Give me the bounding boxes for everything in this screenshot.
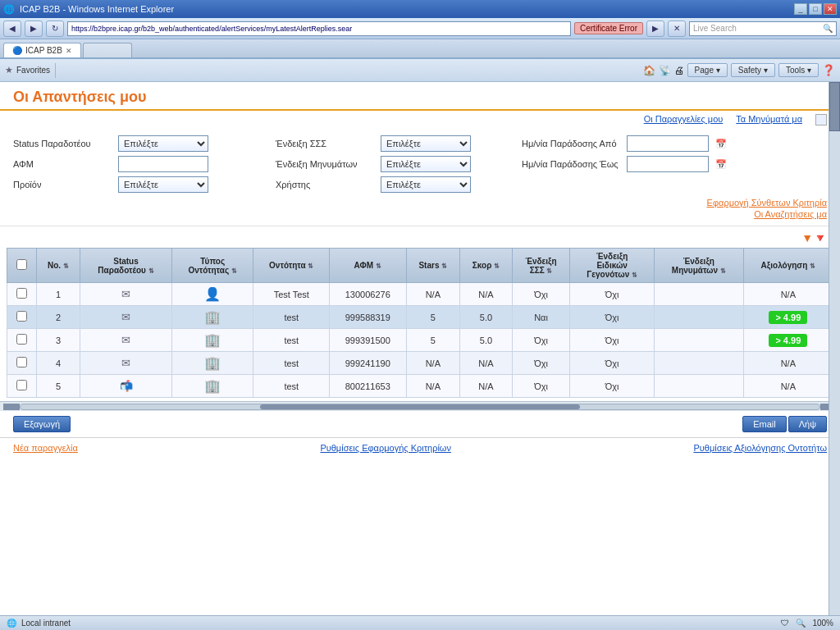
title-bar: 🌐 ICAP B2B - Windows Internet Explorer _… — [0, 0, 840, 18]
cell-minymata — [655, 375, 744, 398]
sss-filter-row: Ένδειξη ΣΣΣ Επιλέξτε — [276, 135, 505, 152]
search-text: Live Search — [693, 24, 737, 33]
email-button[interactable]: Email — [742, 416, 787, 432]
cell-axiologisi: N/A — [743, 352, 833, 375]
advanced-criteria-link[interactable]: Εφαρμογή Σύνθετων Κριτηρία — [707, 198, 827, 208]
horizontal-scrollbar[interactable] — [0, 401, 840, 411]
safety-button[interactable]: Safety ▾ — [731, 63, 775, 77]
vertical-scrollbar[interactable] — [829, 82, 840, 615]
cell-afm: 999241190 — [330, 352, 407, 375]
tab-icap[interactable]: 🔵 ICAP B2B ✕ — [3, 43, 81, 57]
col-entity: Οντότητα ⇅ — [253, 249, 330, 283]
cell-no: 2 — [36, 306, 80, 329]
cell-eidika: Όχι — [570, 352, 655, 375]
scroll-track[interactable] — [20, 404, 820, 410]
afm-input[interactable] — [118, 156, 208, 172]
score-badge: > 4.99 — [769, 334, 807, 347]
row-checkbox-2[interactable] — [16, 311, 27, 322]
envelope-icon[interactable]: ✉ — [121, 334, 130, 346]
table-row: 4✉🏢test999241190N/AN/AΌχιΌχιN/A — [7, 352, 833, 375]
min-filter-row: Ένδειξη Μηνυμάτων Επιλέξτε — [276, 156, 505, 172]
tab-close-icon[interactable]: ✕ — [66, 47, 72, 55]
toolbar-sep-1 — [55, 63, 56, 78]
back-button[interactable]: ◀ — [3, 21, 21, 37]
lhpsi-button[interactable]: Λήψ — [788, 416, 827, 432]
forward-button[interactable]: ▶ — [25, 21, 43, 37]
page-header: Οι Απαντήσεις μου — [0, 82, 840, 111]
scroll-left-btn[interactable] — [3, 404, 20, 410]
settings2-link[interactable]: Ρυθμίσεις Αξιολόγησης Οντοτήτω — [693, 443, 827, 453]
restore-button[interactable]: □ — [809, 3, 822, 15]
row-checkbox-5[interactable] — [16, 380, 27, 390]
product-select[interactable]: Επιλέξτε — [118, 176, 208, 193]
xristis-select[interactable]: Επιλέξτε — [381, 176, 471, 193]
cell-stars: N/A — [406, 283, 460, 306]
select-all-checkbox[interactable] — [16, 259, 27, 270]
stop-button[interactable]: ✕ — [668, 21, 686, 37]
messages-link[interactable]: Τα Μηνύματά μα — [736, 114, 802, 126]
cell-entity: test — [253, 306, 330, 329]
min-label: Ένδειξη Μηνυμάτων — [276, 159, 374, 169]
cell-stars: N/A — [406, 352, 460, 375]
search-icon[interactable]: 🔍 — [823, 24, 833, 33]
cell-eidika: Όχι — [570, 329, 655, 352]
cert-error-badge[interactable]: Certificate Error — [574, 22, 643, 34]
col-minymata: ΈνδειξηΜηνυμάτων ⇅ — [655, 249, 744, 283]
zoom-level: 100% — [812, 619, 833, 628]
cell-sss: Όχι — [512, 375, 569, 398]
page-button[interactable]: Page ▾ — [687, 63, 728, 77]
envelope-icon[interactable]: ✉ — [121, 311, 130, 323]
date-from-label: Ημ/νία Παράδοσης Από — [522, 139, 620, 148]
row-checkbox-3[interactable] — [16, 334, 27, 345]
date-to-input[interactable] — [627, 156, 709, 172]
cell-eidika: Όχι — [570, 283, 655, 306]
cell-entity: test — [253, 352, 330, 375]
envelope-open-icon[interactable]: 📬 — [120, 380, 133, 392]
orders-link[interactable]: Οι Παραγγελίες μου — [644, 114, 724, 126]
calendar-from-icon[interactable]: 📅 — [715, 139, 727, 149]
envelope-icon[interactable]: ✉ — [121, 288, 130, 300]
table-row: 5📬🏢test800211653N/AN/AΌχιΌχιN/A — [7, 375, 833, 398]
status-label: Status Παραδοτέου — [13, 139, 112, 148]
filter-icon[interactable]: ▼🔻 — [801, 231, 827, 244]
entity-icon: 🏢 — [204, 310, 221, 324]
cell-minymata — [655, 329, 744, 352]
cell-status: ✉ — [80, 329, 172, 352]
close-button[interactable]: ✕ — [824, 3, 837, 15]
refresh-button[interactable]: ↻ — [46, 21, 64, 37]
cell-afm: 999588319 — [330, 306, 407, 329]
min-select[interactable]: Επιλέξτε — [381, 156, 471, 172]
row-checkbox-4[interactable] — [16, 357, 27, 368]
xristis-label: Χρήστης — [276, 180, 374, 189]
v-scroll-thumb[interactable] — [829, 82, 840, 131]
window-title: ICAP B2B - Windows Internet Explorer — [20, 4, 174, 14]
favorites-icon[interactable]: ★ — [5, 65, 13, 75]
date-from-input[interactable] — [627, 135, 709, 152]
settings1-link[interactable]: Ρυθμίσεις Εφαρμογής Κριτηρίων — [320, 443, 451, 453]
cell-skor: N/A — [460, 283, 513, 306]
export-button[interactable]: Εξαγωγή — [13, 416, 71, 432]
cell-type: 🏢 — [171, 306, 253, 329]
calendar-to-icon[interactable]: 📅 — [715, 159, 727, 170]
sss-select[interactable]: Επιλέξτε — [381, 135, 471, 152]
scroll-thumb[interactable] — [260, 404, 580, 409]
saved-searches-link[interactable]: Οι Αναζητήσεις μα — [754, 209, 827, 219]
envelope-icon[interactable]: ✉ — [121, 357, 130, 369]
col-type: ΤύποςΟντότητας ⇅ — [171, 249, 253, 283]
help-icon[interactable]: ❓ — [822, 64, 835, 76]
feeds-icon[interactable]: 📡 — [659, 65, 671, 76]
new-order-link[interactable]: Νέα παραγγελία — [13, 443, 78, 453]
search-bar[interactable]: Live Search 🔍 — [689, 21, 837, 36]
tools-button[interactable]: Tools ▾ — [778, 63, 819, 77]
cell-entity: test — [253, 329, 330, 352]
address-bar[interactable]: https://b2bpre.icap.gr/b2b_web/authentic… — [67, 21, 571, 36]
status-select[interactable]: Επιλέξτε — [118, 135, 208, 152]
minimize-button[interactable]: _ — [794, 3, 807, 15]
go-button[interactable]: ▶ — [646, 21, 664, 37]
favorites-label[interactable]: Favorites — [16, 66, 50, 75]
home-icon[interactable]: 🏠 — [643, 65, 655, 76]
row-checkbox-1[interactable] — [16, 288, 27, 299]
cell-status: ✉ — [80, 352, 172, 375]
cell-eidika: Όχι — [570, 375, 655, 398]
print-icon[interactable]: 🖨 — [674, 65, 684, 76]
